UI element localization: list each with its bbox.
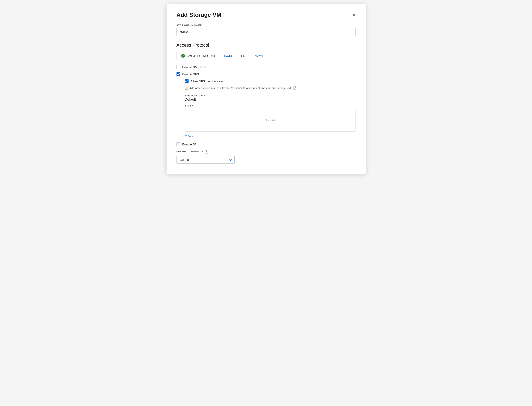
- nfs-help-icon[interactable]: ?: [294, 86, 297, 90]
- default-language-help-icon[interactable]: ?: [205, 150, 208, 154]
- default-language-label: DEFAULT LANGUAGE: [177, 150, 203, 153]
- enable-nfs-row: Enable NFS: [177, 72, 356, 76]
- tab-nvme[interactable]: NVMe: [250, 52, 268, 60]
- enable-s3-row: Enable S3: [177, 142, 356, 146]
- export-policy-label: EXPORT POLICY: [185, 94, 356, 97]
- enable-nfs-label: Enable NFS: [182, 72, 199, 76]
- protocol-tabs: ✓ SMB/CIFS, NFS, S3 iSCSI FC NVMe: [177, 52, 356, 60]
- tab-fc-label: FC: [241, 54, 245, 58]
- close-button[interactable]: ×: [352, 13, 355, 17]
- warning-icon: ⚠: [185, 87, 188, 90]
- storage-vm-name-input[interactable]: [177, 28, 356, 36]
- add-label: Add: [188, 134, 193, 137]
- tab-smb-cifs-nfs-s3[interactable]: ✓ SMB/CIFS, NFS, S3: [177, 52, 220, 60]
- default-language-select[interactable]: c.utf_8 en_US.UTF-8 C: [177, 156, 235, 164]
- enable-smb-row: Enable SMB/CIFS: [177, 65, 356, 69]
- storage-vm-name-field: STORAGE VM NAME: [177, 24, 356, 36]
- default-language-select-wrapper: c.utf_8 en_US.UTF-8 C ❯: [177, 156, 235, 164]
- export-policy-value: Default: [185, 97, 356, 102]
- tab-check-icon: ✓: [181, 54, 185, 58]
- rules-empty-text: No data: [265, 118, 276, 122]
- rules-empty-box: No data: [185, 109, 356, 131]
- tab-nvme-label: NVMe: [254, 54, 263, 58]
- tab-iscsi[interactable]: iSCSI: [219, 52, 237, 60]
- tab-fc[interactable]: FC: [237, 52, 250, 60]
- add-plus-icon: +: [185, 134, 187, 137]
- access-protocol-section: Access Protocol ✓ SMB/CIFS, NFS, S3 iSCS…: [177, 43, 356, 164]
- default-language-header: DEFAULT LANGUAGE ?: [177, 150, 356, 154]
- tab-iscsi-label: iSCSI: [224, 54, 232, 58]
- enable-nfs-checkbox[interactable]: [177, 72, 180, 76]
- add-storage-vm-modal: Add Storage VM × STORAGE VM NAME Access …: [166, 4, 366, 174]
- allow-nfs-label: Allow NFS client access: [191, 80, 224, 83]
- enable-smb-checkbox[interactable]: [177, 65, 180, 69]
- enable-s3-label: Enable S3: [182, 143, 197, 146]
- modal-title: Add Storage VM: [177, 12, 221, 18]
- add-rule-button[interactable]: + Add: [185, 134, 193, 137]
- enable-s3-checkbox[interactable]: [177, 142, 180, 146]
- nfs-warning-text: Add at least one rule to allow NFS clien…: [189, 86, 297, 90]
- nfs-warning-row: ⚠ Add at least one rule to allow NFS cli…: [185, 86, 356, 90]
- enable-smb-label: Enable SMB/CIFS: [182, 65, 208, 69]
- allow-nfs-checkbox[interactable]: [185, 79, 188, 83]
- default-language-section: DEFAULT LANGUAGE ? c.utf_8 en_US.UTF-8 C…: [177, 150, 356, 164]
- allow-nfs-row: Allow NFS client access: [185, 79, 356, 83]
- rules-label: RULES: [185, 105, 356, 108]
- modal-header: Add Storage VM ×: [177, 12, 356, 18]
- tab-smb-label: SMB/CIFS, NFS, S3: [187, 54, 215, 58]
- access-protocol-title: Access Protocol: [177, 43, 356, 48]
- storage-vm-name-label: STORAGE VM NAME: [177, 24, 356, 27]
